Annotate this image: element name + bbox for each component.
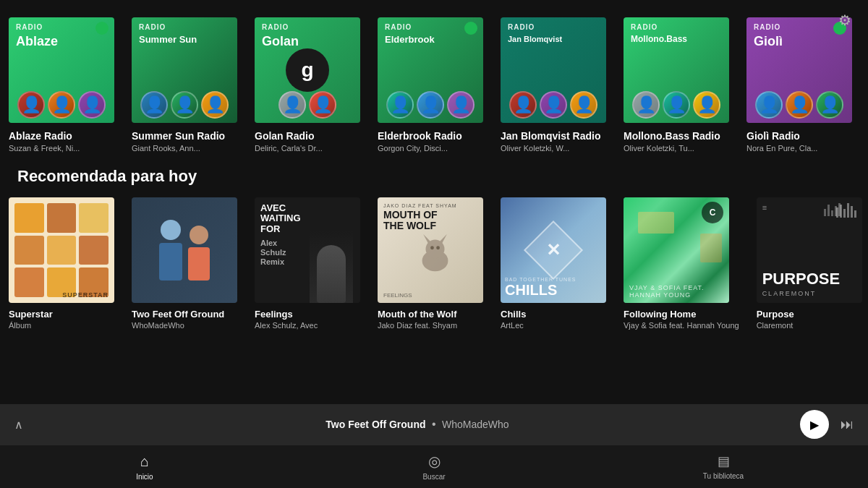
player-track-info: Two Feet Off Ground • WhoMadeWho [35,418,800,431]
radio-subtitle: Giant Rooks, Ann... [132,144,237,153]
eq-bar [827,205,830,216]
nav-label-search: Buscar [422,473,445,481]
portrait-circle: 👤 [755,91,783,119]
radio-subtitle: Oliver Koletzki, Tu... [624,144,729,153]
radio-card-image: RADIO Jan Blomqvist 👤 👤 👤 [501,17,606,123]
radio-artist-name: Giolì [754,35,783,49]
radio-card-image: RADIO Elderbrook 👤 👤 👤 [378,17,483,123]
player-bar: ∧ Two Feet Off Ground • WhoMadeWho ▶ ⏭ [0,404,868,445]
rec-title: Following Home [624,309,739,320]
spotify-icon [95,22,109,35]
portrait-circles: 👤 👤 👤 [9,91,114,119]
radio-card-summer-sun[interactable]: RADIO Summer Sun 👤 👤 👤 Summer Sun Radio … [123,17,246,153]
purpose-bar [854,210,856,218]
chills-brand: BAD TOGETHER TUNES [505,277,602,282]
radio-card-image: RADIO Ablaze 👤 👤 👤 [9,17,114,123]
portrait-circle: 👤 [417,91,444,119]
radio-card-elderbrook[interactable]: RADIO Elderbrook 👤 👤 👤 Elderbrook Radio … [369,17,492,153]
nav-label-library: Tu biblioteca [703,472,744,480]
portrait-circles: 👤 👤 [255,91,360,119]
play-button[interactable]: ▶ [800,410,829,439]
portrait-circles: 👤 👤 👤 [746,91,852,119]
wolf-text-overlay: JAKO DIAZ FEAT SHYAM MOUTH OFTHE WOLF [383,203,477,232]
purpose-label: CLAREMONT [762,290,856,297]
radio-artist-name: Golan [262,35,299,49]
portrait-circle: 👤 [386,91,414,119]
avec-line1: AVEC [260,203,301,213]
rec-card-image [132,197,237,303]
vjay-text: VJAY & SOFIA FEAT. HANNAH YOUNG [629,284,723,299]
portrait-circle: 👤 [540,91,567,119]
radio-card-jan-blomqvist[interactable]: RADIO Jan Blomqvist 👤 👤 👤 Jan Blomqvist … [492,17,615,153]
radio-subtitle: Suzan & Freek, Ni... [9,144,114,153]
rec-card-vjay[interactable]: C VJAY & SOFIA FEAT. HANNAH YOUNG Follow… [615,197,748,330]
section-heading: Recomendada para hoy [0,161,868,197]
player-artist: WhoMadeWho [442,419,509,430]
radio-label: RADIO [754,23,780,31]
rec-subtitle: Álbum [9,321,114,330]
eq-bar [835,206,837,216]
radio-label: RADIO [508,23,535,31]
nav-item-home[interactable]: ⌂ Inicio [0,453,289,481]
portrait-circle: 👤 [509,91,537,119]
radio-card-golan[interactable]: RADIO Golan g 👤 👤 Golan Radio Deliric, C… [246,17,369,153]
chills-text-bottom: BAD TOGETHER TUNES CHILLS [505,277,602,299]
radio-subtitle: Gorgon City, Disci... [378,144,483,153]
vjay-label: C [710,207,716,218]
svg-point-4 [430,246,434,249]
nav-item-search[interactable]: ◎ Buscar [289,453,579,481]
avec-person [310,231,353,303]
radio-label: RADIO [262,23,289,31]
radio-title: Ablaze Radio [9,130,114,142]
portrait-circle: 👤 [78,91,106,119]
rec-title: Feelings [255,309,360,320]
radio-card-image: RADIO Giolì 👤 👤 👤 [746,17,852,123]
rec-title: Superstar [9,309,114,320]
portrait-circle: 👤 [171,91,198,119]
purpose-bar [847,203,849,218]
bottom-nav: ⌂ Inicio ◎ Buscar ▤ Tu biblioteca [0,445,868,488]
aerial-shape [638,212,674,234]
rec-card-two-feet[interactable]: Two Feet Off Ground WhoMadeWho [123,197,246,330]
radio-section: RADIO Ablaze 👤 👤 👤 Ablaze Radio Suzan & … [0,0,868,161]
radio-card-ablaze[interactable]: RADIO Ablaze 👤 👤 👤 Ablaze Radio Suzan & … [0,17,123,153]
purpose-title: PURPOSE [762,271,856,287]
rec-card-superstar[interactable]: SUPERSTAR Superstar Álbum [0,197,123,330]
portrait-circles: 👤 👤 👤 [132,91,237,119]
purpose-bar [843,209,846,218]
radio-title: Summer Sun Radio [132,130,237,142]
wolf-bottom-text: FEELINGS [383,292,412,299]
radio-card-mollono-bass[interactable]: RADIO Mollono.Bass 👤 👤 👤 Mollono.Bass Ra… [615,17,738,153]
eq-bar [831,210,833,216]
rec-title: Purpose [757,309,862,320]
rec-card-wolf[interactable]: JAKO DIAZ FEAT SHYAM MOUTH OFTHE WOLF FE… [369,197,492,330]
rec-card-purpose[interactable]: ≡ PURPOSE CLAREMONT [748,197,868,330]
radio-title: Jan Blomqvist Radio [501,130,606,142]
player-controls: ▶ ⏭ [800,410,854,439]
radio-card-gioli[interactable]: RADIO Giolì 👤 👤 👤 Giolì Radio Nora En Pu… [738,17,861,153]
eq-bar [824,209,826,216]
superstar-tile [14,236,44,265]
avec-line5: Schulz [260,248,301,257]
svg-marker-3 [439,234,447,243]
radio-title: Elderbrook Radio [378,130,483,142]
skip-button[interactable]: ⏭ [841,417,854,432]
nav-item-library[interactable]: ▤ Tu biblioteca [579,453,868,480]
portrait-circle: 👤 [17,91,45,119]
chevron-up-icon[interactable]: ∧ [14,418,23,432]
superstar-label: SUPERSTAR [62,291,109,299]
portrait-circles: 👤 👤 👤 [378,91,483,119]
rec-card-chills[interactable]: ✕ BAD TOGETHER TUNES CHILLS Chills ArtLe… [492,197,615,330]
rec-card-avec[interactable]: AVEC WAITING FOR Alex Schulz Remix Feeli… [246,197,369,330]
settings-button[interactable]: ⚙ [833,9,856,32]
library-icon: ▤ [718,453,730,469]
radio-artist-name: Elderbrook [385,35,435,45]
wolf-artist-text: JAKO DIAZ FEAT SHYAM [383,203,477,208]
home-icon: ⌂ [140,453,149,470]
rec-card-image: AVEC WAITING FOR Alex Schulz Remix [255,197,360,303]
rec-subtitle: Claremont [757,321,862,330]
portrait-circle: 👤 [570,91,597,119]
portrait-circle: 👤 [786,91,813,119]
radio-card-image: RADIO Golan g 👤 👤 [255,17,360,123]
radio-label: RADIO [16,23,43,31]
